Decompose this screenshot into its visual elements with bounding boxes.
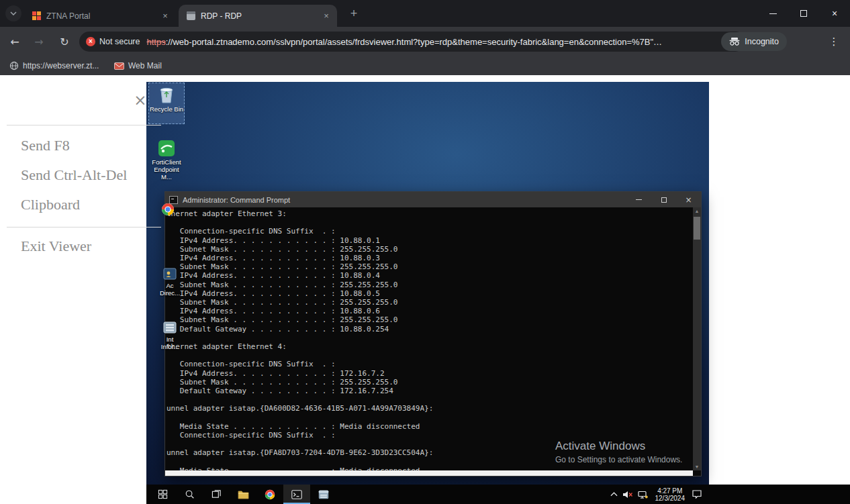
desktop-icon-partial-2[interactable]: Ac Direc... [156, 267, 184, 297]
viewer-page: Administrator: Command Prompt × thernet … [0, 75, 850, 504]
cmd-horizontal-scrollbar[interactable] [165, 470, 693, 476]
cmd-maximize-button[interactable] [651, 192, 676, 207]
tray-expand-button[interactable] [610, 485, 618, 504]
window-maximize-button[interactable] [788, 0, 819, 27]
scrollbar-thumb[interactable] [694, 217, 700, 240]
desktop-icon-label: Int Infor... [156, 336, 184, 350]
url-scheme: https [146, 37, 165, 47]
window-controls: × [757, 0, 850, 27]
browser-toolbar: ← → ↻ × Not secure https://web-portal.zt… [0, 27, 850, 56]
incognito-icon [729, 38, 740, 46]
windows-logo-icon [158, 489, 168, 499]
incognito-badge: Incognito [721, 32, 787, 51]
scroll-down-icon[interactable]: ▼ [693, 463, 701, 470]
desktop-icon-recycle-bin[interactable]: Recycle Bin [148, 83, 185, 124]
cmd-output-area[interactable]: thernet adapter Ethernet 3: Connection-s… [165, 207, 701, 470]
bookmark-web-mail[interactable]: Web Mail [110, 58, 166, 73]
menu-item-send-f8[interactable]: Send F8 [21, 137, 70, 154]
desktop-icon-forticlient[interactable]: FortiClient Endpoint M... [148, 140, 185, 181]
reload-button[interactable]: ↻ [55, 32, 74, 51]
task-view-button[interactable] [203, 485, 230, 504]
command-prompt-icon [291, 490, 302, 499]
cmd-vertical-scrollbar[interactable]: ▲ ▼ [693, 207, 701, 470]
action-center-button[interactable] [692, 485, 702, 504]
menu-divider [7, 125, 161, 125]
services-app-icon [163, 321, 177, 334]
not-secure-icon: × [86, 37, 95, 46]
rdp-canvas[interactable]: Administrator: Command Prompt × thernet … [146, 82, 709, 485]
tab-close-icon[interactable]: × [160, 11, 171, 21]
maximize-icon [800, 10, 807, 17]
security-chip[interactable]: × Not secure [86, 37, 140, 46]
tab-ztna-portal[interactable]: ZTNA Portal × [24, 5, 176, 27]
forticlient-icon [158, 140, 175, 157]
browser-app-icon [161, 203, 175, 216]
back-button[interactable]: ← [5, 32, 24, 51]
server-manager-button[interactable] [310, 485, 337, 504]
chrome-icon [265, 489, 275, 500]
url-text: https://web-portal.ztnademo.com/sslvpn/p… [146, 37, 724, 47]
tab-search-button[interactable] [5, 5, 21, 21]
tab-rdp[interactable]: RDP - RDP × [179, 5, 337, 27]
network-status-button[interactable] [638, 485, 648, 504]
desktop-icon-label: FortiClient Endpoint M... [148, 158, 185, 181]
chevron-up-icon [610, 492, 618, 497]
url-rest: ://web-portal.ztnademo.com/sslvpn/portal… [166, 37, 662, 47]
desktop-icon-label: Recycle Bin [149, 105, 184, 113]
desktop-icon-label: Ac Direc... [156, 282, 184, 297]
cmd-window[interactable]: Administrator: Command Prompt × thernet … [164, 191, 702, 476]
cmd-title: Administrator: Command Prompt [183, 196, 626, 204]
menu-divider [7, 227, 161, 228]
remote-taskbar: 4:27 PM 12/3/2024 [146, 485, 850, 504]
action-center-icon [692, 490, 702, 499]
close-icon: × [685, 195, 692, 205]
menu-item-clipboard[interactable]: Clipboard [21, 196, 80, 213]
tab-title: RDP - RDP [201, 11, 321, 21]
taskbar-clock[interactable]: 4:27 PM 12/3/2024 [653, 487, 688, 502]
window-close-button[interactable]: × [819, 0, 850, 27]
chrome-button[interactable] [256, 485, 283, 504]
desktop-icon-partial-3[interactable]: Int Infor... [156, 321, 184, 350]
maximize-icon [661, 197, 667, 203]
browser-menu-button[interactable]: ⋮ [824, 32, 843, 51]
rdp-favicon [187, 11, 195, 20]
globe-icon [9, 61, 19, 70]
cmd-title-bar[interactable]: Administrator: Command Prompt × [165, 192, 701, 207]
cmd-taskbar-button[interactable] [283, 485, 310, 504]
new-tab-button[interactable]: + [346, 7, 361, 21]
cmd-minimize-button[interactable] [626, 192, 651, 207]
clock-time: 4:27 PM [655, 487, 686, 495]
incognito-label: Incognito [745, 37, 779, 46]
menu-item-send-ctrl-alt-del[interactable]: Send Ctrl-Alt-Del [21, 166, 127, 184]
minimize-icon [769, 13, 777, 14]
bookmark-label: https://webserver.zt... [23, 61, 99, 70]
forward-button[interactable]: → [30, 32, 48, 51]
system-tray: 4:27 PM 12/3/2024 [610, 485, 702, 504]
mail-icon [114, 62, 124, 70]
file-explorer-button[interactable] [230, 485, 256, 504]
tab-close-icon[interactable]: × [321, 11, 332, 21]
ztna-portal-favicon [32, 11, 41, 20]
window-minimize-button[interactable] [757, 0, 788, 27]
address-bar[interactable]: × Not secure https://web-portal.ztnademo… [79, 32, 745, 52]
bookmark-label: Web Mail [128, 61, 162, 70]
search-icon [185, 489, 195, 499]
desktop-icon-partial-1[interactable] [154, 203, 181, 217]
chevron-down-icon [10, 11, 17, 15]
bookmark-webserver[interactable]: https://webserver.zt... [5, 58, 103, 73]
scroll-up-icon[interactable]: ▲ [693, 207, 701, 215]
browser-window: ZTNA Portal × RDP - RDP × + × ← → ↻ × No… [0, 0, 850, 504]
tab-title: ZTNA Portal [46, 11, 160, 21]
volume-muted-button[interactable] [622, 485, 633, 504]
start-button[interactable] [149, 485, 176, 504]
cmd-close-button[interactable]: × [676, 192, 701, 207]
cmd-output-text: thernet adapter Ethernet 3: Connection-s… [167, 209, 433, 470]
viewer-menu-close-button[interactable]: × [132, 91, 149, 109]
security-chip-label: Not secure [99, 37, 140, 46]
directory-app-icon [163, 267, 177, 281]
server-manager-icon [318, 490, 329, 499]
menu-item-exit-viewer[interactable]: Exit Viewer [21, 238, 91, 255]
clock-date: 12/3/2024 [655, 495, 686, 502]
activate-windows-subtext: Go to Settings to activate Windows. [555, 455, 682, 464]
taskbar-search-button[interactable] [176, 485, 203, 504]
